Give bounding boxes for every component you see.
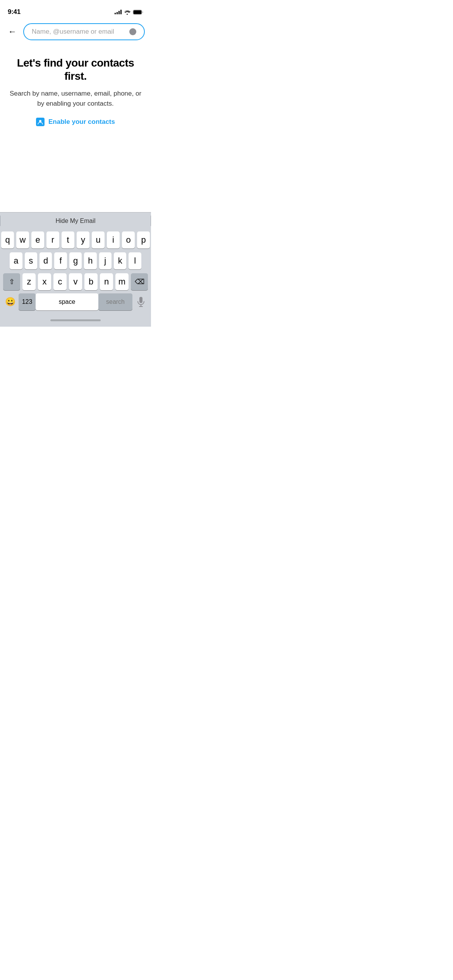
key-k[interactable]: k: [114, 252, 126, 269]
shift-icon: ⇧: [9, 278, 15, 286]
svg-rect-3: [139, 297, 142, 303]
home-bar: [50, 319, 101, 321]
signal-icon: [115, 10, 122, 14]
divider-right: [151, 216, 151, 226]
emoji-button[interactable]: 😀: [2, 293, 19, 310]
delete-icon: ⌫: [135, 278, 144, 286]
contacts-icon: [36, 118, 45, 126]
key-q[interactable]: q: [1, 231, 14, 248]
key-a[interactable]: a: [10, 252, 22, 269]
enable-contacts-button[interactable]: Enable your contacts: [9, 118, 142, 126]
divider-left: [0, 216, 0, 226]
enable-contacts-label: Enable your contacts: [48, 118, 115, 126]
key-r[interactable]: r: [46, 231, 59, 248]
search-placeholder: Name, @username or email: [32, 28, 129, 36]
keyboard-rows: q w e r t y u i o p a s d f g h j k l: [0, 229, 151, 292]
key-u[interactable]: u: [92, 231, 105, 248]
suggestion-bar: Hide My Email: [0, 212, 151, 229]
battery-icon: [133, 10, 143, 15]
key-j[interactable]: j: [99, 252, 112, 269]
key-d[interactable]: d: [39, 252, 52, 269]
key-t[interactable]: t: [62, 231, 74, 248]
svg-point-2: [39, 120, 41, 122]
key-y[interactable]: y: [77, 231, 89, 248]
page-title: Let's find your contacts first.: [9, 57, 142, 82]
key-row-2: a s d f g h j k l: [1, 252, 150, 269]
back-arrow-icon: ←: [8, 27, 17, 36]
mic-button[interactable]: [132, 293, 149, 310]
key-row-1: q w e r t y u i o p: [1, 231, 150, 248]
key-h[interactable]: h: [84, 252, 96, 269]
key-z[interactable]: z: [22, 273, 36, 290]
space-key[interactable]: space: [36, 293, 98, 310]
search-key[interactable]: search: [98, 293, 132, 310]
key-row-3: ⇧ z x c v b n m ⌫: [1, 273, 150, 290]
key-g[interactable]: g: [69, 252, 82, 269]
key-s[interactable]: s: [25, 252, 37, 269]
search-label: search: [106, 298, 125, 305]
shift-key[interactable]: ⇧: [3, 273, 20, 290]
home-indicator: [0, 314, 151, 327]
delete-key[interactable]: ⌫: [131, 273, 148, 290]
key-m[interactable]: m: [115, 273, 129, 290]
key-x[interactable]: x: [38, 273, 51, 290]
numbers-label: 123: [22, 298, 33, 305]
key-i[interactable]: i: [107, 231, 120, 248]
svg-rect-1: [134, 10, 142, 14]
key-v[interactable]: v: [69, 273, 82, 290]
status-time: 9:41: [8, 8, 21, 16]
search-header: ← Name, @username or email: [0, 19, 151, 45]
keyboard: Hide My Email q w e r t y u i o p a s d …: [0, 212, 151, 327]
emoji-icon: 😀: [5, 297, 15, 307]
status-bar: 9:41: [0, 0, 151, 19]
cursor-dot: [129, 28, 136, 35]
status-icons: [115, 10, 143, 15]
key-w[interactable]: w: [16, 231, 29, 248]
wifi-icon: [124, 10, 130, 15]
search-input[interactable]: Name, @username or email: [23, 23, 145, 40]
key-p[interactable]: p: [137, 231, 150, 248]
back-button[interactable]: ←: [6, 26, 19, 38]
numbers-key[interactable]: 123: [19, 293, 36, 310]
key-b[interactable]: b: [84, 273, 98, 290]
suggestion-text: Hide My Email: [55, 218, 95, 224]
key-n[interactable]: n: [100, 273, 113, 290]
key-l[interactable]: l: [129, 252, 141, 269]
page-subtext: Search by name, username, email, phone, …: [9, 89, 142, 108]
key-e[interactable]: e: [31, 231, 44, 248]
main-content: Let's find your contacts first. Search b…: [0, 45, 151, 138]
keyboard-bottom-row: 😀 123 space search: [0, 292, 151, 314]
key-o[interactable]: o: [122, 231, 135, 248]
key-c[interactable]: c: [53, 273, 67, 290]
mic-icon: [137, 297, 145, 307]
space-label: space: [59, 298, 76, 305]
key-f[interactable]: f: [54, 252, 67, 269]
